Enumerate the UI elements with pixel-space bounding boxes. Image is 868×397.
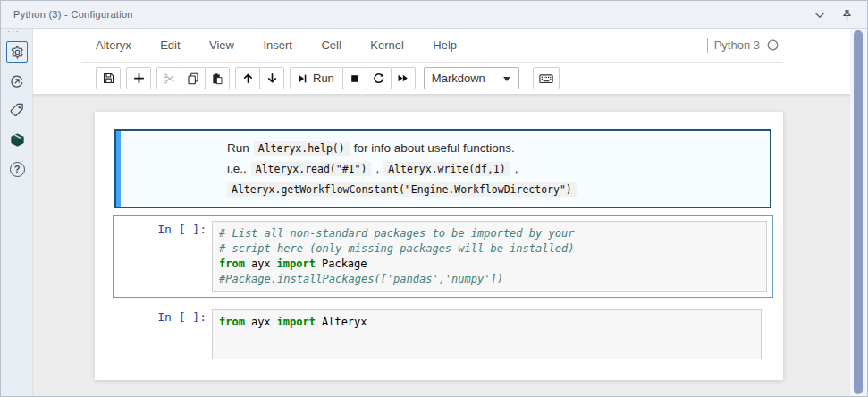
add-cell-button[interactable] [126, 67, 151, 89]
notebook-page: Run Alteryx.help() for info about useful… [95, 112, 783, 380]
menu-view[interactable]: View [197, 29, 247, 62]
python-configuration-panel: Python (3) - Configuration ··· [0, 0, 868, 397]
toolbar: Run [96, 63, 560, 94]
menu-alteryx[interactable]: Alteryx [83, 29, 144, 62]
scissors-icon [162, 72, 176, 86]
paste-icon [210, 72, 224, 86]
selected-cell-bar [116, 131, 121, 207]
code-cell-import-alteryx[interactable]: In [ ]: from ayx import Alteryx [113, 303, 773, 364]
code-comment: # script here (only missing packages wil… [219, 241, 574, 257]
sidebar-item-help[interactable]: ? [6, 158, 28, 180]
sidebar-item-navigate[interactable] [6, 71, 28, 92]
kernel-idle-icon [766, 38, 780, 52]
plus-icon [132, 72, 146, 85]
menu-insert[interactable]: Insert [250, 29, 305, 62]
markdown-rendered-content: Run Alteryx.help() for info about useful… [227, 138, 763, 199]
md-text: Run [227, 141, 249, 155]
md-inline-code: Alteryx.help() [254, 141, 350, 156]
md-text: for info about useful functions. [354, 141, 515, 155]
kernel-indicator: Python 3 [707, 29, 780, 62]
menu-help[interactable]: Help [420, 29, 469, 62]
scrollbar-thumb[interactable] [854, 30, 863, 394]
help-icon: ? [10, 162, 25, 177]
md-inline-code: Alteryx.read("#1") [251, 162, 372, 176]
copy-icon [186, 72, 200, 86]
move-cell-down-button[interactable] [259, 67, 284, 89]
vertical-scrollbar[interactable] [850, 29, 867, 396]
sidebar-item-annotation[interactable] [6, 99, 28, 121]
run-button[interactable]: Run [290, 67, 343, 89]
input-prompt: In [ ]: [114, 223, 206, 236]
kernel-name: Python 3 [714, 38, 760, 52]
titlebar: Python (3) - Configuration [1, 1, 867, 29]
tool-sidebar: ··· [1, 29, 33, 396]
md-text: , [375, 162, 379, 175]
cell-type-value: Markdown [425, 72, 485, 85]
arrow-up-icon [241, 72, 255, 85]
sidebar-item-configuration[interactable] [6, 41, 28, 63]
restart-kernel-button[interactable] [367, 67, 392, 89]
pin-icon[interactable] [839, 7, 855, 23]
restart-run-all-button[interactable] [391, 67, 416, 89]
code-comment: #Package.installPackages(['pandas','nump… [219, 272, 503, 287]
sidebar-item-package[interactable] [6, 129, 28, 150]
collapse-chevron-icon[interactable] [812, 7, 828, 23]
code-token: ayx [251, 315, 271, 330]
code-token: Alteryx [322, 315, 367, 330]
code-input[interactable]: # List all non-standard packages to be i… [212, 221, 767, 292]
cut-cell-button[interactable] [156, 67, 181, 89]
keyboard-icon [538, 71, 554, 87]
md-text: i.e., [227, 162, 247, 175]
md-text: , [515, 162, 518, 175]
code-cell-packages[interactable]: In [ ]: # List all non-standard packages… [113, 215, 773, 298]
caret-down-icon [503, 77, 510, 81]
markdown-cell-selected[interactable]: Run Alteryx.help() for info about useful… [114, 129, 771, 208]
code-token: ayx [251, 257, 271, 272]
md-inline-code: Alteryx.getWorkflowConstant("Engine.Work… [227, 182, 577, 197]
separator [707, 38, 708, 53]
menu-cell[interactable]: Cell [308, 29, 353, 62]
input-prompt: In [ ]: [114, 310, 206, 324]
code-token: Package [322, 257, 367, 272]
stop-button[interactable] [342, 67, 367, 89]
drag-handle[interactable]: ··· [7, 26, 20, 37]
restart-icon [372, 72, 385, 85]
code-input[interactable]: from ayx import Alteryx [212, 309, 762, 359]
cell-type-select[interactable]: Markdown [424, 67, 519, 89]
gear-icon [10, 45, 25, 60]
code-keyword: from [219, 257, 245, 272]
menu-edit[interactable]: Edit [147, 29, 192, 62]
panel-title: Python (3) - Configuration [13, 1, 133, 28]
code-keyword: import [277, 257, 316, 272]
menubar: Alteryx Edit View Insert Cell Kernel Hel… [81, 29, 783, 63]
md-inline-code: Alteryx.write(df,1) [383, 162, 510, 176]
step-forward-icon [296, 72, 308, 85]
navigate-icon [9, 73, 25, 89]
run-label: Run [313, 72, 334, 85]
code-keyword: import [277, 315, 316, 330]
move-cell-up-button[interactable] [235, 67, 260, 89]
copy-cell-button[interactable] [181, 67, 206, 89]
arrow-down-icon [265, 72, 279, 85]
command-palette-button[interactable] [533, 67, 560, 89]
code-comment: # List all non-standard packages to be i… [219, 226, 574, 241]
stop-icon [349, 72, 361, 85]
save-icon [102, 72, 115, 85]
tag-icon [9, 102, 25, 118]
code-keyword: from [219, 315, 245, 330]
save-button[interactable] [96, 67, 121, 89]
package-icon [9, 131, 26, 148]
notebook-scroll-area: Run Alteryx.help() for info about useful… [33, 94, 850, 396]
paste-cell-button[interactable] [205, 67, 230, 89]
fast-forward-icon [396, 72, 409, 85]
notebook-header: Alteryx Edit View Insert Cell Kernel Hel… [33, 29, 850, 94]
menu-kernel[interactable]: Kernel [358, 29, 417, 62]
